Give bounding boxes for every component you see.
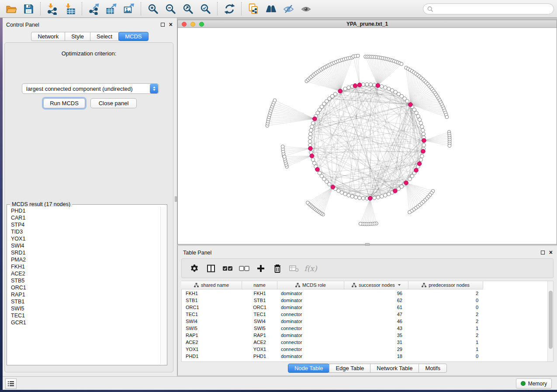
graph-node[interactable] <box>408 177 412 181</box>
graph-node[interactable] <box>273 99 277 102</box>
graph-hub-node[interactable] <box>331 185 335 189</box>
graph-node[interactable] <box>397 187 400 190</box>
graph-node[interactable] <box>448 144 451 148</box>
graph-node[interactable] <box>419 158 422 162</box>
tab-mcds[interactable]: MCDS <box>118 32 148 41</box>
graph-node[interactable] <box>373 196 376 199</box>
graph-node[interactable] <box>359 222 362 226</box>
export-table-button[interactable] <box>103 1 120 17</box>
graph-hub-node[interactable] <box>315 167 320 172</box>
mcds-result-item[interactable]: YOX1 <box>11 236 160 243</box>
graph-node[interactable] <box>343 87 347 90</box>
table-row[interactable]: ACE2ACE2connector311 <box>181 339 483 346</box>
graph-node[interactable] <box>308 140 311 143</box>
graph-node[interactable] <box>340 191 343 194</box>
table-row[interactable]: RAP1RAP1dominator352 <box>181 332 483 339</box>
graph-node[interactable] <box>387 192 391 196</box>
export-network-button[interactable] <box>85 1 103 17</box>
mcds-result-item[interactable]: ACE2 <box>11 271 160 278</box>
mcds-result-item[interactable]: TID3 <box>11 229 160 236</box>
graph-hub-node[interactable] <box>421 149 426 154</box>
graph-hub-node[interactable] <box>408 103 413 107</box>
graph-node[interactable] <box>308 136 312 139</box>
graph-hub-node[interactable] <box>353 84 357 88</box>
column-header-predecessor-nodes[interactable]: predecessor nodes <box>408 281 483 289</box>
graph-node[interactable] <box>365 83 369 86</box>
close-table-panel-button[interactable]: × <box>549 248 553 256</box>
mcds-result-item[interactable]: PMA2 <box>11 257 160 264</box>
search-box[interactable] <box>423 3 554 14</box>
table-row[interactable]: ORC1ORC1dominator610 <box>181 304 483 311</box>
graph-node[interactable] <box>356 54 360 58</box>
tab-motifs[interactable]: Motifs <box>419 364 447 373</box>
column-header-mcds-role[interactable]: MCDS role <box>277 281 344 289</box>
open-file-button[interactable] <box>2 1 20 17</box>
graph-hub-node[interactable] <box>313 117 317 121</box>
graph-node[interactable] <box>361 83 365 86</box>
tab-node-table[interactable]: Node Table <box>288 364 330 373</box>
task-history-button[interactable] <box>5 378 17 389</box>
deselect-all-columns-button[interactable] <box>236 260 253 277</box>
refresh-view-button[interactable] <box>221 1 238 17</box>
graph-node[interactable] <box>418 118 421 121</box>
close-control-panel-button[interactable]: × <box>169 21 173 28</box>
toggle-panel-columns-button[interactable] <box>203 260 219 277</box>
graph-hub-node[interactable] <box>368 196 372 200</box>
tab-edge-table[interactable]: Edge Table <box>329 364 370 373</box>
table-row[interactable]: PHD1PHD1dominator180 <box>181 353 483 360</box>
graph-node[interactable] <box>347 86 350 89</box>
tab-network[interactable]: Network <box>31 32 65 41</box>
graph-node[interactable] <box>390 89 394 92</box>
tab-select[interactable]: Select <box>90 32 119 41</box>
graph-hub-node[interactable] <box>422 138 426 143</box>
mcds-result-item[interactable]: STP4 <box>11 222 160 229</box>
column-header-name[interactable]: name <box>242 281 277 289</box>
graph-hub-node[interactable] <box>414 168 419 172</box>
graph-node[interactable] <box>347 193 350 197</box>
graph-node[interactable] <box>415 111 418 115</box>
table-row[interactable]: YOX1YOX1connector291 <box>181 346 483 353</box>
table-scrollbar-thumb[interactable] <box>549 291 553 349</box>
horizontal-splitter-handle[interactable] <box>365 243 370 246</box>
duplicate-network-button[interactable] <box>245 1 262 17</box>
tab-style[interactable]: Style <box>65 32 90 41</box>
mcds-result-item[interactable]: SWI5 <box>11 306 160 313</box>
mcds-result-item[interactable]: PHD1 <box>11 208 160 215</box>
graph-node[interactable] <box>306 201 309 204</box>
graph-node[interactable] <box>310 125 314 128</box>
graph-node[interactable] <box>358 196 361 199</box>
close-panel-button[interactable]: Close panel <box>90 98 137 108</box>
show-graphics-details-button[interactable] <box>297 1 315 17</box>
mcds-result-item[interactable]: RAP1 <box>11 292 160 299</box>
graph-node[interactable] <box>422 132 425 136</box>
graph-node[interactable] <box>380 85 384 88</box>
graph-node[interactable] <box>387 87 391 90</box>
mcds-result-item[interactable]: SWI4 <box>11 243 160 250</box>
graph-node[interactable] <box>361 196 365 200</box>
table-row[interactable]: TEC1TEC1connector472 <box>181 311 483 318</box>
graph-node[interactable] <box>420 125 424 128</box>
run-mcds-button[interactable]: Run MCDS <box>43 98 85 108</box>
delete-column-button[interactable] <box>269 260 286 277</box>
graph-node[interactable] <box>308 132 312 136</box>
graph-hub-node[interactable] <box>393 189 398 193</box>
graph-node[interactable] <box>421 128 425 132</box>
search-input[interactable] <box>436 6 550 12</box>
tab-network-table[interactable]: Network Table <box>370 364 419 373</box>
mcds-list-scrollbar[interactable] <box>160 207 166 364</box>
graph-node[interactable] <box>376 196 380 199</box>
table-row[interactable]: STB1STB1dominator620 <box>181 297 483 304</box>
import-table-button[interactable] <box>61 1 79 17</box>
graph-node[interactable] <box>312 162 316 165</box>
optimization-criterion-dropdown[interactable]: largest connected component (undirected) <box>22 83 159 94</box>
graph-node[interactable] <box>408 210 412 214</box>
graph-node[interactable] <box>333 92 337 96</box>
zoom-selected-button[interactable] <box>197 1 214 17</box>
hide-graphics-details-button[interactable] <box>280 1 297 17</box>
birds-eye-view-button[interactable] <box>262 1 280 17</box>
graph-node[interactable] <box>311 121 315 125</box>
graph-hub-node[interactable] <box>376 83 380 88</box>
graph-node[interactable] <box>416 114 420 118</box>
graph-hub-node[interactable] <box>310 154 314 158</box>
mcds-result-item[interactable]: STB1 <box>11 299 160 306</box>
